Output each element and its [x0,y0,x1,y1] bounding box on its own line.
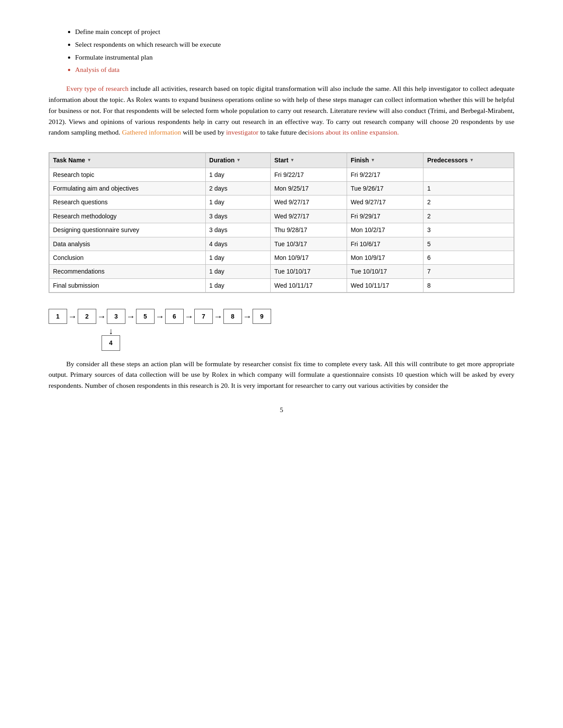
table-cell: 7 [423,265,514,278]
table-cell: Final submission [49,278,206,292]
table-cell: Tue 10/10/17 [347,265,423,278]
table-cell: 2 [423,195,514,209]
table-cell: Fri 9/29/17 [347,209,423,223]
table-cell: 4 days [205,237,270,251]
table-cell: Thu 9/28/17 [271,223,347,237]
body-paragraph-2: By consider all these steps an action pl… [49,359,514,391]
table-cell: 1 day [205,265,270,278]
flowchart: 1→2→3→5→6→7→8→9 ↓ 4 [49,309,514,351]
table-cell: Mon 10/9/17 [271,251,347,264]
table-row: Recommendations1 dayTue 10/10/17Tue 10/1… [49,265,514,278]
sort-arrow-task-name[interactable]: ▼ [87,157,91,164]
table-cell: 1 day [205,195,270,209]
paragraph1-tail2: to take future dec [258,128,308,136]
page-number: 5 [49,405,514,415]
paragraph1-tail3: its online expansion. [341,128,399,136]
table-cell: 2 [423,209,514,223]
highlight-isions-about: isions about [308,128,341,136]
table-cell: Wed 10/11/17 [347,278,423,292]
col-header-start[interactable]: Start▼ [271,153,347,168]
table-cell: Recommendations [49,265,206,278]
table-cell: Data analysis [49,237,206,251]
table-row: Conclusion1 dayMon 10/9/17Mon 10/9/176 [49,251,514,264]
branch-arrow-down: ↓ [109,326,113,335]
table-cell: Conclusion [49,251,206,264]
table-cell: Fri 9/22/17 [271,168,347,181]
bullet-list: Define main concept of project Select re… [75,26,514,75]
sort-arrow-duration[interactable]: ▼ [236,157,241,164]
paragraph1-tail1: will be used by [181,128,226,136]
col-header-finish[interactable]: Finish▼ [347,153,423,168]
table-cell: 1 day [205,168,270,181]
flow-right-arrow: → [96,309,107,323]
table-row: Data analysis4 daysTue 10/3/17Fri 10/6/1… [49,237,514,251]
flow-right-arrow: → [67,309,78,323]
flow-right-arrow: → [155,309,165,323]
table-row: Research questions1 dayWed 9/27/17Wed 9/… [49,195,514,209]
list-item: Select respondents on which research wil… [75,39,514,50]
table-cell: 2 days [205,181,270,195]
table-cell: 6 [423,251,514,264]
highlight-gathered-information: Gathered information [120,128,181,136]
table-cell: Wed 9/27/17 [271,209,347,223]
table-cell: Fri 9/22/17 [347,168,423,181]
sort-arrow-start[interactable]: ▼ [290,157,295,164]
flow-right-arrow: → [125,309,136,323]
sort-arrow-predecessors[interactable]: ▼ [469,157,474,164]
highlight-investigator: investigator [226,128,258,136]
flow-box-4: 4 [102,335,120,350]
table-cell: Fri 10/6/17 [347,237,423,251]
table-cell: 8 [423,278,514,292]
table-cell: Wed 9/27/17 [271,195,347,209]
flow-box-2: 2 [78,309,96,324]
flow-box-1: 1 [49,309,67,324]
table-cell: 3 days [205,223,270,237]
sort-arrow-finish[interactable]: ▼ [371,157,375,164]
table-cell: 1 day [205,278,270,292]
table-cell: 5 [423,237,514,251]
table-cell: Tue 10/3/17 [271,237,347,251]
table-cell: Research methodology [49,209,206,223]
table-cell: Mon 9/25/17 [271,181,347,195]
table-row: Research methodology3 daysWed 9/27/17Fri… [49,209,514,223]
flow-right-arrow: → [184,309,194,323]
list-item: Define main concept of project [75,26,514,38]
table-cell: Tue 10/10/17 [271,265,347,278]
highlight-every-type-of-research: Every type of research [66,85,128,92]
flow-box-9: 9 [253,309,271,324]
list-item: Formulate instrumental plan [75,52,514,63]
flow-right-arrow: → [242,309,253,323]
col-header-predecessors[interactable]: Predecessors▼ [423,153,514,168]
list-item: Analysis of data [75,64,514,75]
flow-box-3: 3 [107,309,125,324]
table-cell: Mon 10/2/17 [347,223,423,237]
table-cell: Wed 10/11/17 [271,278,347,292]
flow-box-7: 7 [194,309,213,324]
table-cell: Wed 9/27/17 [347,195,423,209]
table-cell: Mon 10/9/17 [347,251,423,264]
body-paragraph-1: Every type of research include all activ… [49,83,514,138]
table-cell: Designing questionnaire survey [49,223,206,237]
table-row: Research topic1 dayFri 9/22/17Fri 9/22/1… [49,168,514,181]
table-cell: Formulating aim and objectives [49,181,206,195]
task-table: Task Name▼ Duration▼ Start▼ Finish▼ Pred… [49,153,514,293]
col-header-duration[interactable]: Duration▼ [205,153,270,168]
table-row: Final submission1 dayWed 10/11/17Wed 10/… [49,278,514,292]
table-cell: Research topic [49,168,206,181]
flowchart-main-row: 1→2→3→5→6→7→8→9 [49,309,514,324]
flow-box-5: 5 [136,309,155,324]
table-cell [423,168,514,181]
table-row: Designing questionnaire survey3 daysThu … [49,223,514,237]
table-cell: Research questions [49,195,206,209]
col-header-task-name[interactable]: Task Name▼ [49,153,206,168]
task-table-wrapper: Task Name▼ Duration▼ Start▼ Finish▼ Pred… [49,152,514,293]
table-cell: 1 day [205,251,270,264]
table-cell: 3 [423,223,514,237]
table-cell: Tue 9/26/17 [347,181,423,195]
table-cell: 3 days [205,209,270,223]
flow-box-8: 8 [223,309,242,324]
flow-right-arrow: → [213,309,223,323]
flow-box-6: 6 [165,309,184,324]
table-cell: 1 [423,181,514,195]
table-row: Formulating aim and objectives2 daysMon … [49,181,514,195]
